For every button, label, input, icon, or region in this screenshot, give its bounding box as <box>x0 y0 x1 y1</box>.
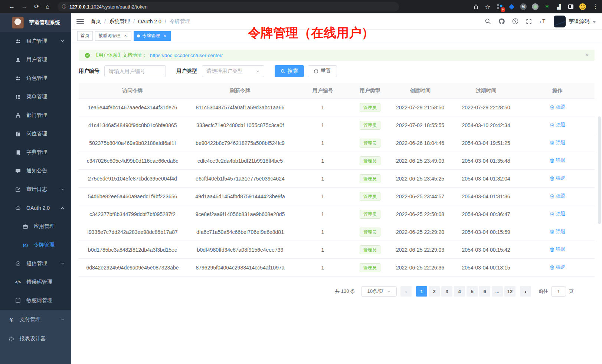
tag-tab[interactable]: 敏感词管理 × <box>95 31 131 41</box>
sidebar-item[interactable]: 菜单管理 <box>0 87 71 106</box>
created-time-cell: 2022-06-25 23:45:25 <box>389 176 452 182</box>
prev-page-button[interactable]: ‹ <box>400 286 412 297</box>
forward-icon[interactable]: → <box>22 4 27 10</box>
force-logout-button[interactable]: 强退 <box>550 139 566 146</box>
force-logout-button[interactable]: 强退 <box>550 228 566 235</box>
ext-cmd-icon[interactable]: ⌘ <box>520 3 527 10</box>
search-icon[interactable] <box>484 17 492 26</box>
user-type-select[interactable]: 请选择用户类型 <box>202 65 264 77</box>
site-info-icon[interactable]: ⓘ <box>62 4 66 10</box>
table-row: b0d1785bc3a8482f812db4a3f3bd15ec b0df498… <box>79 241 595 259</box>
tenant-users-icon <box>15 39 21 44</box>
alert-close-icon[interactable]: × <box>586 52 589 58</box>
question-icon[interactable] <box>511 17 519 26</box>
action-cell: 强退 <box>520 104 595 111</box>
ext-emoji-icon[interactable] <box>579 3 586 10</box>
sidebar-item[interactable]: 应用管理 <box>0 217 71 236</box>
browser-menu-icon[interactable]: ⋮ <box>593 3 598 10</box>
ext-star-icon[interactable]: ✶ <box>544 3 550 10</box>
page-scrollbar[interactable] <box>598 116 601 224</box>
force-logout-button[interactable]: 强退 <box>550 157 566 164</box>
trash-icon <box>550 212 554 216</box>
github-icon[interactable] <box>497 17 506 26</box>
next-page-button[interactable]: › <box>520 286 531 297</box>
sidebar-item[interactable]: 审计日志 <box>0 180 71 199</box>
user-type-tag: 管理员 <box>360 210 380 219</box>
tag-label: 首页 <box>81 33 89 39</box>
sidebar-item[interactable]: 通知公告 <box>0 162 71 180</box>
doc-link[interactable]: https://doc.iocoder.cn/user-center/ <box>150 53 223 58</box>
page-size-select[interactable]: 10条/页 <box>361 286 397 297</box>
ext-circle-icon[interactable] <box>532 3 539 10</box>
fullscreen-icon[interactable] <box>525 17 533 26</box>
sidebar-item[interactable]: 短信管理 <box>0 254 71 273</box>
ext-puzzle-icon[interactable]: ▟ <box>556 3 562 10</box>
sidebar-item-label: 短信管理 <box>26 260 47 267</box>
force-logout-button[interactable]: 强退 <box>550 193 566 199</box>
refresh-token-cell: dfa6c71a50a54c66bef706ef9e6e8d81 <box>186 229 294 235</box>
breadcrumb-item[interactable]: 首页 <box>91 18 101 25</box>
app-logo[interactable]: 芋道管理系统 <box>0 13 71 32</box>
sidebar-item[interactable]: ¥ 支付管理 <box>0 310 71 329</box>
action-cell: 强退 <box>520 175 595 182</box>
tag-close-icon[interactable]: × <box>123 33 128 39</box>
url-bar[interactable]: ⓘ 127.0.0.1:1024/system/oauth2/token <box>58 2 399 11</box>
force-logout-button[interactable]: 强退 <box>550 246 566 253</box>
created-time-cell: 2022-06-25 22:50:08 <box>389 211 452 217</box>
breadcrumb-item[interactable]: 令牌管理 <box>170 18 190 25</box>
reset-button[interactable]: 重置 <box>308 65 337 77</box>
sidebar-item[interactable]: (a) 令牌管理 <box>0 236 71 254</box>
search-button[interactable]: 搜索 <box>275 65 304 77</box>
sidebar-item[interactable]: 报表设计器 <box>0 329 71 348</box>
ext-gem-icon[interactable] <box>508 3 515 10</box>
user-menu[interactable]: 芋道源码 <box>554 16 596 27</box>
sidebar-item[interactable]: 岗位管理 <box>0 125 71 143</box>
breadcrumb-separator: / <box>165 19 166 24</box>
sidebar-item[interactable]: 部门管理 <box>0 106 71 125</box>
star-icon[interactable]: ☆ <box>484 3 491 10</box>
back-icon[interactable]: ← <box>9 4 15 10</box>
breadcrumb-item[interactable]: 系统管理 <box>109 18 130 25</box>
share-icon[interactable] <box>472 3 479 10</box>
force-logout-button[interactable]: 强退 <box>550 264 566 271</box>
user-id-input[interactable] <box>104 65 166 77</box>
breadcrumb-item[interactable]: OAuth 2.0 <box>138 19 161 24</box>
force-logout-button[interactable]: 强退 <box>550 175 566 182</box>
sidebar-item-label: 角色管理 <box>26 75 47 82</box>
page-number-button[interactable]: ... <box>492 286 503 297</box>
sidebar-item[interactable]: </> 错误码管理 <box>0 273 71 291</box>
sidebar-collapse-icon[interactable] <box>76 19 84 24</box>
page-number-button[interactable]: 4 <box>454 286 465 297</box>
tag-tab[interactable]: 令牌管理 × <box>134 31 171 41</box>
sidebar-item[interactable]: 用户管理 <box>0 50 71 69</box>
goto-page-input[interactable] <box>551 286 566 297</box>
page-number-button[interactable]: 5 <box>467 286 478 297</box>
page-number-button[interactable]: 3 <box>441 286 452 297</box>
tag-close-icon[interactable]: × <box>162 33 167 39</box>
sidebar-item[interactable]: 租户管理 <box>0 32 71 50</box>
refresh-token-cell: 8796295f04064c2983414cc54af1097a <box>186 265 294 271</box>
breadcrumb-separator: / <box>104 19 106 24</box>
browser-actions: ☆ 9 ⌘ ✶ ▟ <box>472 3 588 10</box>
check-circle-icon <box>85 53 90 58</box>
force-logout-button[interactable]: 强退 <box>550 211 566 217</box>
ext-split-icon[interactable] <box>567 3 574 10</box>
home-icon[interactable]: ⌂ <box>46 4 49 10</box>
tag-tab[interactable]: 首页 <box>77 31 93 41</box>
force-logout-button[interactable]: 强退 <box>550 122 566 128</box>
reload-icon[interactable]: ⟳ <box>34 4 39 10</box>
sidebar-item[interactable]: 字典管理 <box>0 143 71 162</box>
sidebar-item[interactable]: 角色管理 <box>0 69 71 87</box>
action-cell: 强退 <box>520 122 595 129</box>
access-token-cell: 6d842e2924594de9a09e45e087323abe <box>79 265 186 271</box>
page-number-button[interactable]: 12 <box>504 286 516 297</box>
total-count: 共 120 条 <box>335 288 355 295</box>
page-number-button[interactable]: 6 <box>479 286 490 297</box>
ext-pieces-icon[interactable]: 9 <box>496 3 503 10</box>
fontsize-icon[interactable]: TT <box>539 17 547 26</box>
page-number-button[interactable]: 1 <box>416 286 427 297</box>
sidebar-item[interactable]: 敏感词管理 <box>0 291 71 310</box>
page-number-button[interactable]: 2 <box>429 286 440 297</box>
sidebar-item[interactable]: OAuth 2.0 <box>0 199 71 217</box>
force-logout-button[interactable]: 强退 <box>550 104 566 110</box>
